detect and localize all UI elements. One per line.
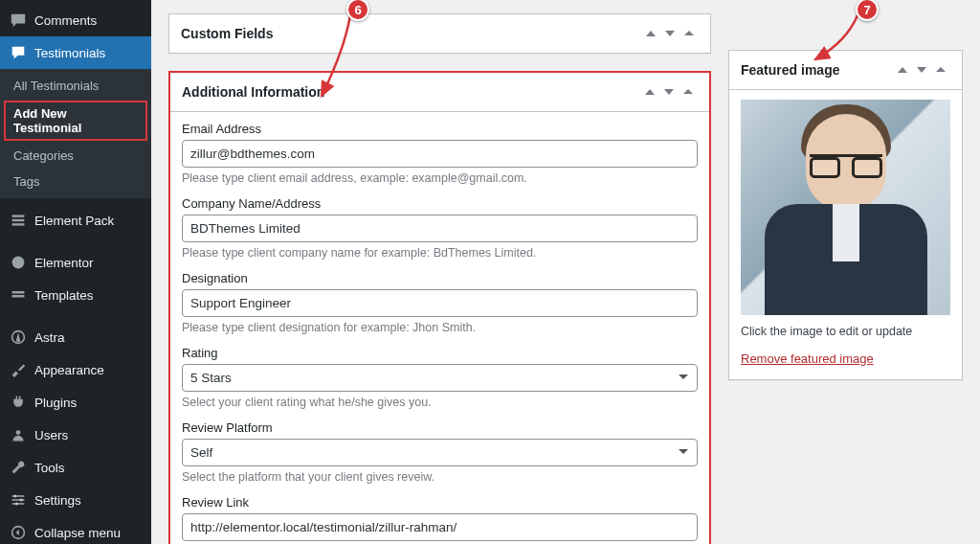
- designation-input[interactable]: [182, 289, 698, 317]
- move-up-icon[interactable]: [893, 60, 912, 79]
- field-label: Company Name/Address: [182, 196, 698, 211]
- email-input[interactable]: [182, 140, 698, 168]
- field-email: Email Address Please type client email a…: [182, 122, 698, 185]
- appearance-icon: [10, 361, 27, 378]
- svg-point-3: [12, 257, 25, 269]
- featured-image-thumbnail[interactable]: [741, 100, 950, 315]
- svg-point-11: [15, 502, 18, 505]
- submenu-all-testimonials[interactable]: All Testimonials: [0, 73, 151, 99]
- submenu-tags[interactable]: Tags: [0, 169, 151, 194]
- sidebar-label: Plugins: [34, 396, 77, 410]
- metabox-featured-image: Featured image Click the image to edit o…: [728, 50, 963, 380]
- sidebar-item-tools[interactable]: Tools: [0, 451, 151, 484]
- metabox-body: Click the image to edit or update Remove…: [729, 90, 962, 379]
- submenu-add-new-testimonial[interactable]: Add New Testimonial: [4, 101, 147, 141]
- sidebar-label: Element Pack: [34, 214, 114, 228]
- move-down-icon[interactable]: [912, 60, 931, 79]
- sidebar-label: Users: [34, 428, 68, 442]
- submenu-categories[interactable]: Categories: [0, 143, 151, 169]
- svg-rect-0: [12, 215, 25, 216]
- svg-rect-1: [12, 219, 25, 221]
- metabox-title: Custom Fields: [181, 26, 641, 41]
- sidebar-label: Appearance: [34, 363, 104, 377]
- chevron-down-icon: [678, 371, 689, 385]
- field-help: Select your client rating what he/she gi…: [182, 396, 698, 409]
- move-down-icon[interactable]: [660, 24, 679, 43]
- field-help: Select the platform that your client giv…: [182, 470, 698, 484]
- sidebar-item-testimonials[interactable]: Testimonials: [0, 36, 151, 69]
- sidebar-label: Templates: [34, 288, 94, 303]
- sidebar-submenu: All Testimonials Add New Testimonial Cat…: [0, 69, 151, 198]
- svg-point-9: [13, 494, 16, 497]
- sidebar-label: Testimonials: [34, 46, 105, 60]
- callout-badge-7: 7: [856, 0, 879, 21]
- sidebar-item-element-pack[interactable]: Element Pack: [0, 204, 151, 237]
- review-link-input[interactable]: [182, 513, 698, 541]
- remove-featured-image-link[interactable]: Remove featured image: [741, 351, 874, 366]
- sidebar-item-appearance[interactable]: Appearance: [0, 353, 151, 386]
- field-designation: Designation Please type client designati…: [182, 271, 698, 334]
- metabox-head-featured-image[interactable]: Featured image: [729, 51, 962, 90]
- metabox-additional-information: Additional Information Email Address Ple…: [168, 71, 711, 544]
- toggle-icon[interactable]: [931, 60, 950, 79]
- sidebar-item-collapse[interactable]: Collapse menu: [0, 516, 151, 544]
- field-label: Designation: [182, 271, 698, 285]
- chevron-down-icon: [678, 445, 689, 460]
- main-content: 6 7 Custom Fields Additional Information: [151, 0, 980, 544]
- sidebar-label: Elementor: [34, 256, 94, 270]
- sidebar-label: Collapse menu: [34, 526, 121, 540]
- metabox-head-additional-information[interactable]: Additional Information: [170, 73, 709, 112]
- sidebar-item-users[interactable]: Users: [0, 419, 151, 451]
- field-label: Rating: [182, 346, 698, 360]
- astra-icon: [10, 329, 27, 346]
- templates-icon: [10, 286, 27, 304]
- sidebar-label: Settings: [34, 493, 81, 508]
- sidebar-label: Astra: [34, 330, 65, 345]
- field-label: Email Address: [182, 122, 698, 136]
- users-icon: [10, 426, 27, 443]
- move-up-icon[interactable]: [640, 82, 659, 102]
- rating-select[interactable]: 5 Stars: [182, 364, 698, 392]
- element-pack-icon: [10, 212, 27, 229]
- svg-point-10: [20, 498, 23, 501]
- move-up-icon[interactable]: [641, 24, 660, 43]
- sidebar-item-templates[interactable]: Templates: [0, 279, 151, 311]
- metabox-title: Featured image: [741, 62, 893, 78]
- sidebar-item-comments[interactable]: Comments: [0, 4, 151, 36]
- metabox-body: Email Address Please type client email a…: [170, 112, 709, 544]
- sidebar-item-astra[interactable]: Astra: [0, 321, 151, 353]
- field-rating: Rating 5 Stars Select your client rating…: [182, 346, 698, 409]
- field-help: Please type client company name for exam…: [182, 246, 698, 260]
- field-label: Review Platform: [182, 420, 698, 435]
- sidebar-item-plugins[interactable]: Plugins: [0, 386, 151, 419]
- featured-image-caption: Click the image to edit or update: [741, 325, 950, 338]
- tools-icon: [10, 459, 27, 476]
- field-review-link: Review Link Please type client review li…: [182, 495, 698, 544]
- company-input[interactable]: [182, 215, 698, 242]
- elementor-icon: [10, 254, 27, 271]
- toggle-icon[interactable]: [679, 82, 698, 102]
- testimonial-icon: [10, 44, 27, 61]
- avatar-illustration: [765, 100, 927, 315]
- select-value: 5 Stars: [190, 371, 232, 385]
- toggle-icon[interactable]: [679, 24, 699, 43]
- svg-rect-2: [12, 223, 25, 225]
- sidebar-item-settings[interactable]: Settings: [0, 484, 151, 516]
- sidebar-label: Comments: [34, 13, 97, 28]
- plugins-icon: [10, 394, 27, 411]
- svg-point-5: [16, 430, 21, 435]
- field-help: Please type client email address, exampl…: [182, 171, 698, 185]
- metabox-head-custom-fields[interactable]: Custom Fields: [169, 14, 710, 53]
- admin-sidebar: Comments Testimonials All Testimonials A…: [0, 0, 151, 544]
- move-down-icon[interactable]: [659, 82, 679, 102]
- sidebar-label: Tools: [34, 461, 65, 475]
- comment-icon: [10, 11, 27, 29]
- field-label: Review Link: [182, 495, 698, 510]
- field-platform: Review Platform Self Select the platform…: [182, 420, 698, 484]
- collapse-icon: [10, 524, 27, 541]
- metabox-title: Additional Information: [182, 84, 640, 100]
- metabox-custom-fields: Custom Fields: [168, 13, 711, 54]
- sidebar-item-elementor[interactable]: Elementor: [0, 246, 151, 279]
- settings-icon: [10, 491, 27, 509]
- platform-select[interactable]: Self: [182, 439, 698, 466]
